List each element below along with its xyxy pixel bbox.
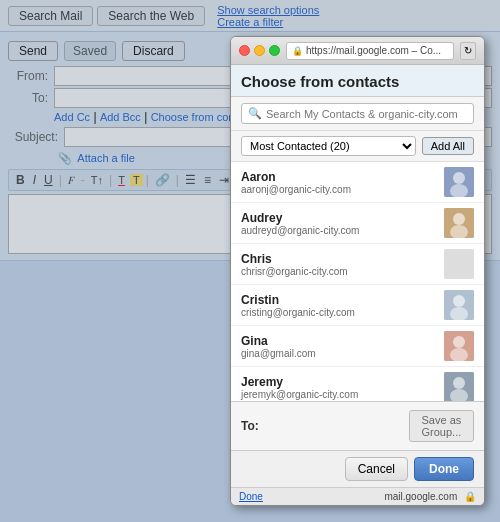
dialog-to-label: To: [241, 419, 259, 433]
contact-email: cristing@organic-city.com [241, 307, 436, 318]
dialog-maximize-button[interactable] [269, 45, 280, 56]
avatar [444, 167, 474, 197]
svg-point-4 [453, 213, 465, 225]
contact-info: Chrischrisr@organic-city.com [241, 252, 436, 277]
contact-email: audreyd@organic-city.com [241, 225, 436, 236]
status-domain-area: mail.google.com 🔒 [384, 491, 476, 502]
list-item[interactable]: Jeremyjeremyk@organic-city.com [231, 367, 484, 401]
list-item[interactable]: Chrischrisr@organic-city.com [231, 244, 484, 285]
svg-point-1 [453, 172, 465, 184]
group-row: Most Contacted (20) Add All [231, 131, 484, 162]
status-done-link[interactable]: Done [239, 491, 263, 502]
dialog-url-text: https://mail.google.com – Co... [306, 45, 441, 56]
contact-name: Chris [241, 252, 436, 266]
contact-info: Ginagina@gmail.com [241, 334, 436, 359]
dialog-to-row: To: Save as Group... [241, 410, 474, 442]
save-as-group-button[interactable]: Save as Group... [409, 410, 474, 442]
avatar [444, 249, 474, 279]
lock-icon: 🔒 [292, 46, 303, 56]
search-icon: 🔍 [248, 107, 262, 120]
dialog-title-row: Choose from contacts [231, 65, 484, 97]
cancel-button[interactable]: Cancel [345, 457, 408, 481]
status-domain: mail.google.com [384, 491, 457, 502]
dialog-to-area: To: Save as Group... [231, 401, 484, 450]
group-select[interactable]: Most Contacted (20) [241, 136, 416, 156]
dialog-to-input[interactable] [265, 420, 403, 432]
contact-name: Aaron [241, 170, 436, 184]
list-item[interactable]: Audreyaudreyd@organic-city.com [231, 203, 484, 244]
dialog-window-controls [239, 45, 280, 56]
avatar [444, 290, 474, 320]
contact-info: Audreyaudreyd@organic-city.com [241, 211, 436, 236]
contact-email: jeremyk@organic-city.com [241, 389, 436, 400]
contacts-list[interactable]: Aaronaaronj@organic-city.comAudreyaudrey… [231, 162, 484, 401]
list-item[interactable]: Aaronaaronj@organic-city.com [231, 162, 484, 203]
contact-email: gina@gmail.com [241, 348, 436, 359]
svg-point-10 [453, 336, 465, 348]
status-lock-icon: 🔒 [464, 491, 476, 502]
contact-info: Aaronaaronj@organic-city.com [241, 170, 436, 195]
dialog-titlebar: 🔒 https://mail.google.com – Co... ↻ [231, 37, 484, 65]
done-button[interactable]: Done [414, 457, 474, 481]
contact-name: Audrey [241, 211, 436, 225]
avatar [444, 331, 474, 361]
dialog-search-box: 🔍 [241, 103, 474, 124]
add-all-button[interactable]: Add All [422, 137, 474, 155]
contact-info: Cristincristing@organic-city.com [241, 293, 436, 318]
avatar [444, 372, 474, 401]
dialog-close-button[interactable] [239, 45, 250, 56]
avatar [444, 208, 474, 238]
contact-name: Gina [241, 334, 436, 348]
contact-name: Cristin [241, 293, 436, 307]
contact-email: aaronj@organic-city.com [241, 184, 436, 195]
dialog-statusbar: Done mail.google.com 🔒 [231, 487, 484, 505]
gmail-background: Search Mail Search the Web Show search o… [0, 0, 500, 522]
contact-info: Jeremyjeremyk@organic-city.com [241, 375, 436, 400]
list-item[interactable]: Ginagina@gmail.com [231, 326, 484, 367]
contact-search-input[interactable] [266, 108, 467, 120]
dialog-title: Choose from contacts [241, 73, 474, 90]
contact-email: chrisr@organic-city.com [241, 266, 436, 277]
contact-dialog: 🔒 https://mail.google.com – Co... ↻ Choo… [230, 36, 485, 506]
svg-point-13 [453, 377, 465, 389]
contact-name: Jeremy [241, 375, 436, 389]
dialog-refresh-button[interactable]: ↻ [460, 42, 476, 60]
svg-point-7 [453, 295, 465, 307]
dialog-url-bar: 🔒 https://mail.google.com – Co... [286, 42, 454, 60]
dialog-footer: Cancel Done [231, 450, 484, 487]
list-item[interactable]: Cristincristing@organic-city.com [231, 285, 484, 326]
dialog-search-row: 🔍 [231, 97, 484, 131]
dialog-minimize-button[interactable] [254, 45, 265, 56]
